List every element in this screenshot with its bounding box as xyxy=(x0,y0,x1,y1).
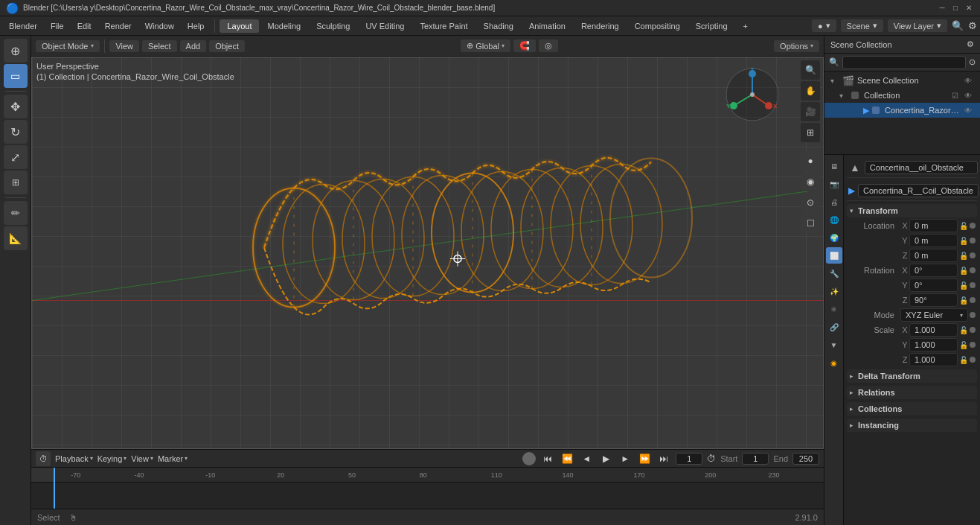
object-mode-dropdown[interactable]: Object Mode ▾ xyxy=(36,40,100,52)
minimize-button[interactable]: ─ xyxy=(937,3,947,13)
step-back-button[interactable]: ◄ xyxy=(579,451,594,466)
camera-icon[interactable]: 🎥 xyxy=(801,102,820,121)
transform-tool[interactable]: ⊞ xyxy=(4,171,28,194)
prop-tab-world[interactable]: 🌍 xyxy=(826,229,842,246)
start-frame-input[interactable] xyxy=(742,453,769,465)
outliner-search-input[interactable] xyxy=(842,56,966,69)
loc-y-dot[interactable] xyxy=(970,238,976,244)
tab-texture-paint[interactable]: Texture Paint xyxy=(412,19,475,33)
rot-y-lock[interactable]: 🔓 xyxy=(959,281,968,290)
loc-x-dot[interactable] xyxy=(970,223,976,229)
transform-section-header[interactable]: ▾ Transform xyxy=(847,204,977,217)
rot-x-lock[interactable]: 🔓 xyxy=(959,267,968,275)
tab-sculpting[interactable]: Sculpting xyxy=(309,19,357,33)
current-frame-input[interactable] xyxy=(676,453,702,465)
viewport-overlay[interactable]: ⊙ xyxy=(801,193,820,212)
menu-file[interactable]: File xyxy=(45,20,70,32)
prop-tab-physics[interactable]: ⚛ xyxy=(826,301,842,317)
prop-tab-material[interactable]: ◉ xyxy=(826,354,842,371)
filter-icon[interactable]: ⚙ xyxy=(967,39,974,49)
rotation-x-input[interactable]: 0° xyxy=(909,264,958,277)
select-menu[interactable]: Select xyxy=(142,40,177,52)
prop-tab-modifier[interactable]: 🔧 xyxy=(826,265,842,281)
cursor-tool[interactable]: ⊕ xyxy=(4,39,28,63)
collections-header[interactable]: ▸ Collections xyxy=(847,402,977,416)
rot-x-dot[interactable] xyxy=(970,267,976,273)
record-key-button[interactable] xyxy=(522,452,536,465)
end-frame-input[interactable] xyxy=(792,453,819,465)
collection-visibility-icon[interactable]: 👁 xyxy=(962,89,974,101)
scale-x-lock[interactable]: 🔓 xyxy=(959,326,968,334)
titlebar-controls[interactable]: ─ □ ✕ xyxy=(937,3,974,13)
loc-x-lock[interactable]: 🔓 xyxy=(959,222,968,230)
outliner-scene-collection[interactable]: ▾ 🎬 Scene Collection 👁 xyxy=(824,73,980,88)
prop-tab-render[interactable]: 📷 xyxy=(826,176,842,192)
snap-toggle[interactable]: 🧲 xyxy=(513,39,536,52)
jump-prev-key-button[interactable]: ⏪ xyxy=(560,451,574,466)
filter-icon[interactable]: ⚙ xyxy=(968,20,977,31)
prop-tab-data[interactable]: ▼ xyxy=(826,337,842,353)
rot-y-dot[interactable] xyxy=(970,282,976,288)
transform-orientation[interactable]: ⊕ Global ▾ xyxy=(461,39,510,52)
rot-z-lock[interactable]: 🔓 xyxy=(959,296,968,305)
playback-dropdown[interactable]: Playback ▾ xyxy=(55,454,93,463)
object-name-input[interactable] xyxy=(865,161,978,174)
scene-collection-visibility-icon[interactable]: 👁 xyxy=(962,74,974,86)
delta-transform-header[interactable]: ▸ Delta Transform xyxy=(847,369,977,383)
jump-start-button[interactable]: ⏮ xyxy=(540,451,555,466)
tab-uv-editing[interactable]: UV Editing xyxy=(358,19,411,33)
prop-tab-view-layer[interactable]: 🌐 xyxy=(826,211,842,228)
marker-dropdown[interactable]: Marker ▾ xyxy=(158,454,188,463)
select-tool[interactable]: ▭ xyxy=(4,64,28,88)
tab-compositing[interactable]: Compositing xyxy=(627,19,688,33)
close-button[interactable]: ✕ xyxy=(964,3,974,13)
navigation-gizmo[interactable]: Z X Y xyxy=(723,65,782,126)
view-dropdown[interactable]: View ▾ xyxy=(131,454,153,463)
location-z-input[interactable]: 0 m xyxy=(909,249,958,262)
scale-z-input[interactable]: 1.000 xyxy=(909,353,958,366)
loc-z-dot[interactable] xyxy=(970,252,976,258)
object-menu[interactable]: Object xyxy=(209,40,245,52)
3d-viewport[interactable]: User Perspective (1) Collection | Concer… xyxy=(31,57,824,449)
render-engine-selector[interactable]: ● ▾ xyxy=(812,19,836,32)
loc-z-lock[interactable]: 🔓 xyxy=(959,252,968,260)
location-x-input[interactable]: 0 m xyxy=(909,219,958,232)
maximize-button[interactable]: □ xyxy=(950,3,961,13)
step-forward-button[interactable]: ► xyxy=(618,451,632,466)
menu-render[interactable]: Render xyxy=(99,20,138,32)
timeline-content[interactable]: -70 -40 -10 20 50 80 110 140 170 200 230 xyxy=(31,468,824,509)
tab-add[interactable]: + xyxy=(736,19,755,33)
menu-help[interactable]: Help xyxy=(182,20,211,32)
tab-shading[interactable]: Shading xyxy=(476,19,521,33)
relations-header[interactable]: ▸ Relations xyxy=(847,386,977,399)
play-button[interactable]: ▶ xyxy=(598,451,613,466)
zoom-extents-icon[interactable]: 🔍 xyxy=(801,60,820,80)
prop-tab-output[interactable]: 🖨 xyxy=(826,194,842,210)
prop-tab-object[interactable]: ⬜ xyxy=(826,247,842,264)
menu-edit[interactable]: Edit xyxy=(71,20,97,32)
menu-blender[interactable]: Blender xyxy=(3,20,43,32)
mode-dot[interactable] xyxy=(970,312,976,318)
tab-layout[interactable]: Layout xyxy=(220,19,259,33)
loc-y-lock[interactable]: 🔓 xyxy=(959,237,968,245)
annotate-tool[interactable]: ✏ xyxy=(4,201,28,225)
search-icon[interactable]: 🔍 xyxy=(952,20,964,31)
rotation-y-input[interactable]: 0° xyxy=(909,279,958,292)
scale-z-lock[interactable]: 🔓 xyxy=(959,356,968,364)
proportional-edit[interactable]: ◎ xyxy=(539,39,558,52)
view-layer-selector[interactable]: View Layer ▾ xyxy=(888,19,947,32)
jump-end-button[interactable]: ⏭ xyxy=(656,451,671,466)
tab-animation[interactable]: Animation xyxy=(522,19,573,33)
scale-y-input[interactable]: 1.000 xyxy=(909,338,958,351)
rotation-z-input[interactable]: 90° xyxy=(909,293,958,307)
collection-expand-icon[interactable]: ▾ xyxy=(839,92,848,100)
viewport-xray[interactable]: ☐ xyxy=(801,214,820,233)
mesh-visibility-icon[interactable]: 👁 xyxy=(962,104,974,116)
scene-collection-expand-icon[interactable]: ▾ xyxy=(830,77,839,85)
scale-y-dot[interactable] xyxy=(970,342,976,348)
menu-window[interactable]: Window xyxy=(139,20,180,32)
scale-x-dot[interactable] xyxy=(970,327,976,333)
options-button[interactable]: Options ▾ xyxy=(774,40,819,52)
outliner-collection[interactable]: ▾ Collection ☑ 👁 xyxy=(824,88,980,103)
outliner-mesh-item[interactable]: ▸ ▶ Concertina_Razor_W 👁 xyxy=(824,103,980,118)
